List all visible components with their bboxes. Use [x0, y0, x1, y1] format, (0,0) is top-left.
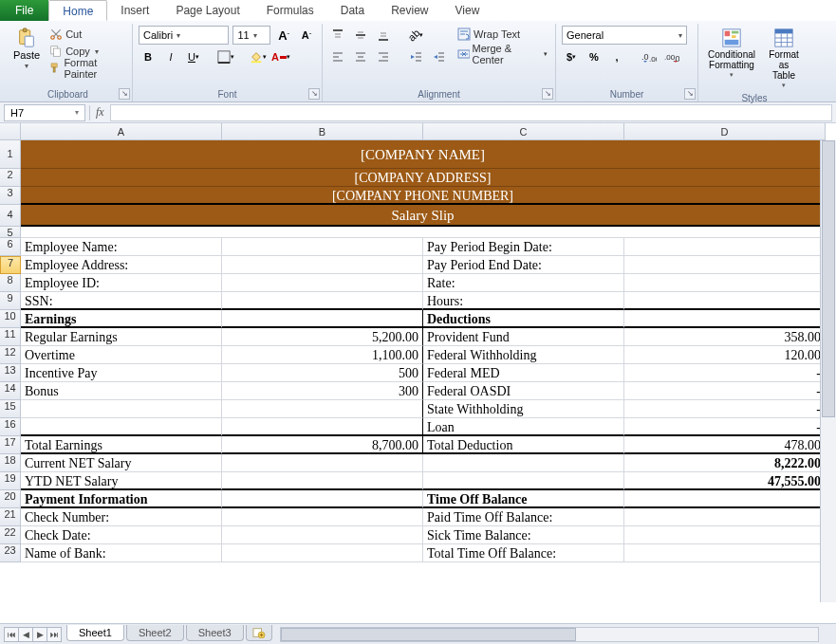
cell[interactable]: 358.00: [624, 328, 826, 346]
fx-icon[interactable]: fx: [90, 105, 110, 120]
cell[interactable]: Earnings: [21, 310, 222, 328]
wrap-text-button[interactable]: Wrap Text: [455, 26, 549, 43]
cell[interactable]: Total Earnings: [21, 436, 222, 454]
cell[interactable]: [222, 454, 423, 472]
last-sheet-button[interactable]: ⏭: [46, 627, 62, 642]
font-name-select[interactable]: Calibri▾: [139, 26, 229, 45]
row-header[interactable]: 12: [0, 346, 21, 364]
clipboard-dialog-launcher[interactable]: ↘: [119, 88, 130, 100]
align-middle-button[interactable]: [351, 26, 370, 45]
cell[interactable]: 500: [222, 364, 423, 382]
scroll-thumb[interactable]: [822, 140, 835, 417]
decrease-indent-button[interactable]: [406, 47, 425, 66]
align-right-button[interactable]: [374, 47, 393, 66]
cell[interactable]: Employee Name:: [21, 238, 222, 256]
shrink-font-button[interactable]: Aˇ: [297, 26, 316, 45]
tab-data[interactable]: Data: [327, 0, 378, 21]
increase-indent-button[interactable]: [429, 47, 448, 66]
font-size-select[interactable]: 11▾: [232, 26, 270, 45]
cell[interactable]: [624, 490, 826, 508]
cell[interactable]: [624, 544, 826, 562]
align-bottom-button[interactable]: [374, 26, 393, 45]
cell[interactable]: [624, 292, 826, 310]
format-as-table-button[interactable]: Format as Table ▾: [763, 26, 805, 91]
row-header[interactable]: 5: [0, 227, 21, 238]
cell[interactable]: 120.00: [624, 346, 826, 364]
sheet-tab[interactable]: Sheet3: [186, 625, 244, 641]
cell[interactable]: Employee ID:: [21, 274, 222, 292]
row-header[interactable]: 11: [0, 328, 21, 346]
tab-page-layout[interactable]: Page Layout: [162, 0, 252, 21]
align-left-button[interactable]: [328, 47, 347, 66]
cell[interactable]: Sick Time Balance:: [423, 526, 624, 544]
row-header[interactable]: 20: [0, 490, 21, 508]
cut-button[interactable]: Cut: [47, 26, 126, 43]
cell[interactable]: [222, 418, 423, 436]
cell[interactable]: Overtime: [21, 346, 222, 364]
cell[interactable]: Provident Fund: [423, 328, 624, 346]
cell[interactable]: -: [624, 382, 826, 400]
tab-view[interactable]: View: [442, 0, 493, 21]
cell[interactable]: -: [624, 364, 826, 382]
select-all-corner[interactable]: [0, 123, 21, 140]
tab-file[interactable]: File: [0, 0, 48, 21]
align-center-button[interactable]: [351, 47, 370, 66]
font-dialog-launcher[interactable]: ↘: [308, 88, 320, 100]
cell[interactable]: [21, 400, 222, 418]
conditional-formatting-button[interactable]: Conditional Formatting ▾: [704, 26, 759, 81]
cell[interactable]: Check Date:: [21, 526, 222, 544]
increase-decimal-button[interactable]: .0.00: [640, 47, 659, 66]
sheet-tab[interactable]: Sheet2: [126, 625, 184, 641]
row-header[interactable]: 9: [0, 292, 21, 310]
number-format-select[interactable]: General▾: [562, 26, 687, 45]
tab-formulas[interactable]: Formulas: [253, 0, 327, 21]
scroll-thumb[interactable]: [281, 628, 577, 641]
cell[interactable]: [222, 472, 423, 490]
cell[interactable]: [222, 544, 423, 562]
row-header[interactable]: 19: [0, 472, 21, 490]
tab-insert[interactable]: Insert: [107, 0, 162, 21]
cell[interactable]: [21, 227, 826, 238]
row-header[interactable]: 21: [0, 508, 21, 526]
cell[interactable]: [423, 454, 624, 472]
row-header[interactable]: 4: [0, 205, 21, 227]
cell[interactable]: 8,222.00: [624, 454, 826, 472]
orientation-button[interactable]: ab▾: [406, 26, 425, 45]
col-header-a[interactable]: A: [21, 123, 222, 140]
row-header[interactable]: 6: [0, 238, 21, 256]
name-box[interactable]: H7▾: [4, 104, 85, 121]
cell[interactable]: 5,200.00: [222, 328, 423, 346]
row-header[interactable]: 23: [0, 544, 21, 562]
grid[interactable]: A B C D 1 [COMPANY NAME] 2 [COMPANY ADDR…: [0, 123, 836, 562]
cell[interactable]: [624, 508, 826, 526]
cell[interactable]: [624, 256, 826, 274]
cell[interactable]: [222, 274, 423, 292]
align-top-button[interactable]: [328, 26, 347, 45]
cell[interactable]: YTD NET Salary: [21, 472, 222, 490]
row-header[interactable]: 2: [0, 169, 21, 187]
cell[interactable]: 47,555.00: [624, 472, 826, 490]
cell[interactable]: Payment Information: [21, 490, 222, 508]
paste-button[interactable]: Paste ▾: [9, 26, 44, 72]
vertical-scrollbar[interactable]: [820, 140, 836, 602]
row-header[interactable]: 15: [0, 400, 21, 418]
underline-button[interactable]: U▾: [184, 47, 203, 66]
currency-button[interactable]: $▾: [562, 47, 581, 66]
cell[interactable]: -: [624, 418, 826, 436]
cell[interactable]: [222, 310, 423, 328]
cell[interactable]: [COMPANY ADDRESS]: [21, 169, 826, 187]
row-header-selected[interactable]: 7: [0, 256, 21, 274]
decrease-decimal-button[interactable]: .00.0: [662, 47, 681, 66]
cell[interactable]: Total Time Off Balance:: [423, 544, 624, 562]
new-sheet-button[interactable]: [246, 625, 272, 641]
cell[interactable]: [222, 400, 423, 418]
cell[interactable]: -: [624, 400, 826, 418]
cell[interactable]: Paid Time Off Balance:: [423, 508, 624, 526]
cell[interactable]: [624, 526, 826, 544]
row-header[interactable]: 13: [0, 364, 21, 382]
cell[interactable]: Salary Slip: [21, 205, 826, 227]
cell[interactable]: Employee Address:: [21, 256, 222, 274]
cell[interactable]: Federal Withholding: [423, 346, 624, 364]
cell[interactable]: [COMPANY NAME]: [21, 140, 826, 169]
next-sheet-button[interactable]: ▶: [32, 627, 47, 642]
